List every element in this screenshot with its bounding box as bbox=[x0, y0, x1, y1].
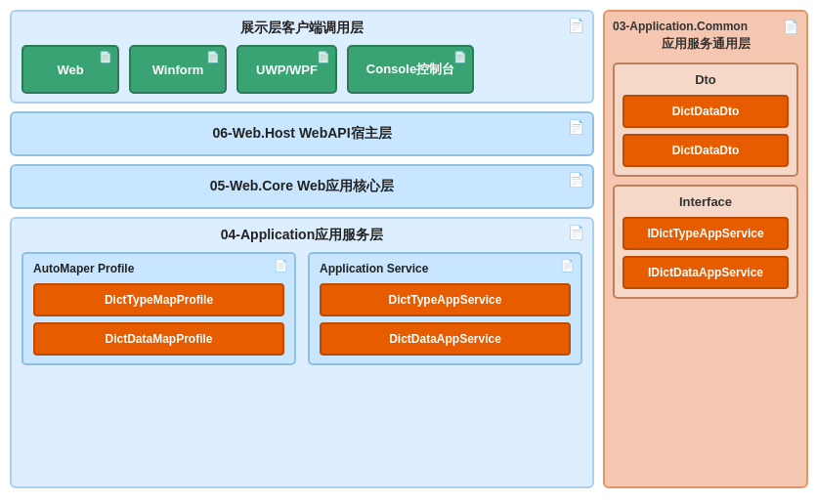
uwp-doc-icon: 📄 bbox=[317, 51, 330, 63]
right-section: 📄 03-Application.Common 应用服务通用层 Dto Dict… bbox=[603, 10, 808, 488]
web-doc-icon: 📄 bbox=[99, 51, 112, 63]
application-layer: 04-Application应用服务层 📄 AutoMaper Profile … bbox=[10, 217, 594, 488]
webhost-layer: 06-Web.Host WebAPI宿主层 📄 bbox=[10, 111, 594, 156]
web-box: Web 📄 bbox=[21, 45, 119, 94]
automapper-subbox: AutoMaper Profile 📄 DictTypeMapProfile D… bbox=[21, 252, 296, 365]
presentation-layer: 展示层客户端调用层 📄 Web 📄 Winform 📄 UWP/WPF 📄 Co… bbox=[10, 10, 594, 104]
presentation-title: 展示层客户端调用层 bbox=[21, 20, 582, 37]
console-box: Console控制台 📄 bbox=[347, 45, 474, 94]
presentation-boxes: Web 📄 Winform 📄 UWP/WPF 📄 Console控制台 📄 bbox=[21, 45, 582, 94]
webhost-doc-icon: 📄 bbox=[568, 119, 584, 135]
idict-data-appservice-btn[interactable]: IDictDataAppService bbox=[623, 256, 789, 289]
interface-title: Interface bbox=[623, 194, 789, 209]
automapper-title: AutoMaper Profile bbox=[33, 262, 284, 275]
webcore-doc-icon: 📄 bbox=[568, 172, 584, 188]
application-inner-row: AutoMaper Profile 📄 DictTypeMapProfile D… bbox=[21, 252, 582, 365]
uwp-box: UWP/WPF 📄 bbox=[236, 45, 337, 94]
right-title-en: 03-Application.Common bbox=[613, 20, 798, 33]
dict-data-appservice-btn[interactable]: DictDataAppService bbox=[320, 322, 571, 356]
dict-type-appservice-btn[interactable]: DictTypeAppService bbox=[320, 283, 571, 316]
webhost-title: 06-Web.Host WebAPI宿主层 bbox=[21, 125, 582, 143]
dto-title: Dto bbox=[623, 72, 789, 87]
main-canvas: 展示层客户端调用层 📄 Web 📄 Winform 📄 UWP/WPF 📄 Co… bbox=[0, 0, 816, 504]
presentation-doc-icon: 📄 bbox=[568, 18, 584, 33]
idict-type-appservice-btn[interactable]: IDictTypeAppService bbox=[623, 217, 789, 250]
appservice-subbox: Application Service 📄 DictTypeAppService… bbox=[308, 252, 582, 365]
dto-item-1-btn[interactable]: DictDataDto bbox=[623, 134, 789, 167]
application-doc-icon: 📄 bbox=[568, 225, 584, 240]
right-doc-icon: 📄 bbox=[783, 20, 798, 34]
interface-subbox: Interface IDictTypeAppService IDictDataA… bbox=[613, 185, 798, 299]
dict-type-map-profile-btn[interactable]: DictTypeMapProfile bbox=[33, 283, 284, 316]
webcore-layer: 05-Web.Core Web应用核心层 📄 bbox=[10, 164, 594, 209]
webcore-title: 05-Web.Core Web应用核心层 bbox=[21, 178, 582, 195]
dto-subbox: Dto DictDataDto DictDataDto bbox=[613, 63, 798, 177]
winform-box: Winform 📄 bbox=[129, 45, 227, 94]
application-title: 04-Application应用服务层 bbox=[21, 227, 582, 244]
appservice-doc-icon: 📄 bbox=[560, 259, 575, 273]
appservice-title: Application Service bbox=[320, 262, 571, 275]
dict-data-map-profile-btn[interactable]: DictDataMapProfile bbox=[33, 322, 284, 356]
console-doc-icon: 📄 bbox=[453, 51, 467, 63]
dto-item-0-btn[interactable]: DictDataDto bbox=[623, 95, 789, 128]
right-title-cn: 应用服务通用层 bbox=[613, 35, 798, 53]
winform-doc-icon: 📄 bbox=[206, 51, 220, 63]
automapper-doc-icon: 📄 bbox=[274, 259, 288, 273]
left-section: 展示层客户端调用层 📄 Web 📄 Winform 📄 UWP/WPF 📄 Co… bbox=[10, 10, 594, 488]
